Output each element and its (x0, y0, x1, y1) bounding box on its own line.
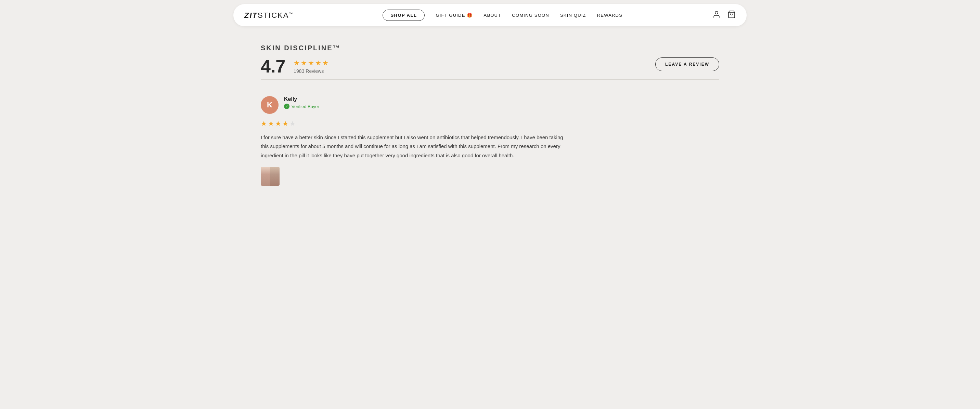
overall-rating-number: 4.7 (261, 57, 285, 75)
rewards-link[interactable]: REWARDS (597, 13, 622, 18)
star-2: ★ (301, 59, 307, 67)
site-logo[interactable]: ZITSTICKA™ (244, 11, 293, 20)
gift-guide-link[interactable]: GIFT GUIDE 🎁 (436, 13, 473, 18)
user-account-icon[interactable] (713, 10, 721, 21)
reviewer-header: K Kelly ✓ Verified Buyer (261, 96, 719, 114)
gift-icon: 🎁 (467, 13, 473, 18)
header-icons (713, 10, 736, 21)
review-text: I for sure have a better skin since I st… (261, 133, 569, 160)
about-link[interactable]: ABOUT (484, 13, 501, 18)
review-images (261, 167, 719, 186)
svg-point-0 (715, 11, 718, 14)
star-4: ★ (315, 59, 321, 67)
product-title: SKIN DISCIPLINE™ (261, 44, 719, 52)
reviews-section: SKIN DISCIPLINE™ 4.7 ★ ★ ★ ★ ★ 1983 Revi… (261, 44, 719, 194)
star-1: ★ (294, 59, 300, 67)
review-count: 1983 Reviews (294, 68, 328, 74)
rating-details: ★ ★ ★ ★ ★ 1983 Reviews (294, 59, 328, 74)
star-3: ★ (308, 59, 314, 67)
logo-tm: ™ (289, 11, 293, 15)
skin-quiz-link[interactable]: SKIN QUIZ (560, 13, 586, 18)
verified-badge: ✓ Verified Buyer (284, 104, 319, 109)
review-star-4: ★ (282, 119, 288, 128)
shop-all-button[interactable]: SHOP ALL (383, 10, 425, 21)
review-star-2: ★ (268, 119, 274, 128)
reviewer-name: Kelly (284, 96, 319, 102)
main-nav: SHOP ALL GIFT GUIDE 🎁 ABOUT COMING SOON … (383, 10, 622, 21)
review-star-3: ★ (275, 119, 281, 128)
main-content: SKIN DISCIPLINE™ 4.7 ★ ★ ★ ★ ★ 1983 Revi… (233, 30, 747, 208)
section-divider (261, 79, 719, 80)
overall-stars: ★ ★ ★ ★ ★ (294, 59, 328, 67)
verified-check-icon: ✓ (284, 104, 290, 109)
reviewer-info: Kelly ✓ Verified Buyer (284, 96, 319, 109)
leave-review-button[interactable]: LEAVE A REVIEW (655, 57, 719, 71)
header-wrapper: ZITSTICKA™ SHOP ALL GIFT GUIDE 🎁 ABOUT C… (0, 0, 980, 30)
main-header: ZITSTICKA™ SHOP ALL GIFT GUIDE 🎁 ABOUT C… (233, 4, 747, 26)
review-card: K Kelly ✓ Verified Buyer ★ ★ ★ ★ ★ I for… (261, 88, 719, 194)
reviewer-avatar: K (261, 96, 278, 114)
cart-icon[interactable] (727, 10, 736, 21)
review-star-5-empty: ★ (290, 119, 296, 128)
star-5: ★ (322, 59, 328, 67)
coming-soon-link[interactable]: COMING SOON (512, 13, 549, 18)
review-stars: ★ ★ ★ ★ ★ (261, 119, 719, 128)
review-image-1[interactable] (261, 167, 280, 186)
review-star-1: ★ (261, 119, 267, 128)
leave-review-wrapper: LEAVE A REVIEW (261, 57, 719, 71)
logo-thin: STICKA (258, 11, 289, 19)
